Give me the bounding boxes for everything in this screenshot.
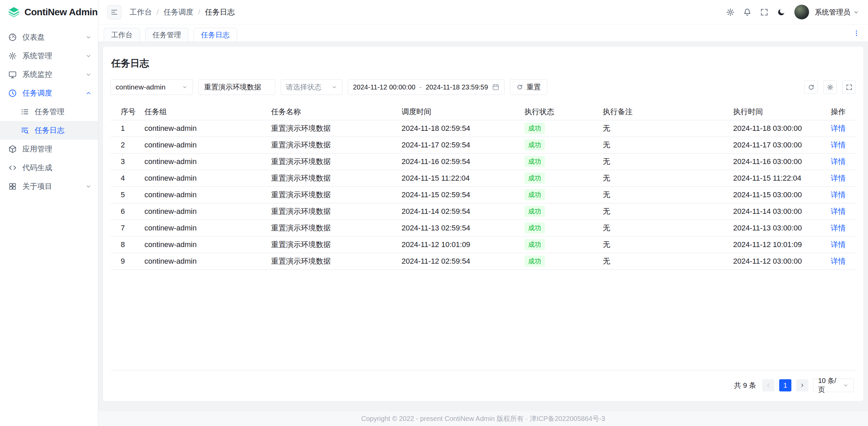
column-settings-button[interactable] bbox=[823, 80, 837, 94]
notifications-button[interactable] bbox=[740, 5, 755, 20]
collapse-sidebar-button[interactable] bbox=[107, 5, 121, 19]
detail-link[interactable]: 详情 bbox=[831, 240, 846, 249]
header-right: 系统管理员 bbox=[723, 4, 859, 20]
chevron-down-icon bbox=[85, 71, 92, 78]
sidebar-item-app-management[interactable]: 应用管理 bbox=[0, 140, 98, 158]
cell-action: 详情 bbox=[811, 153, 856, 170]
page-size-select[interactable]: 10 条/页 bbox=[813, 379, 854, 392]
tab-task-log[interactable]: 任务日志 bbox=[194, 28, 237, 42]
cell-action: 详情 bbox=[811, 137, 856, 153]
task-group-select-value: continew-admin bbox=[116, 83, 165, 91]
status-badge: 成功 bbox=[525, 206, 545, 217]
status-select[interactable]: 请选择状态 bbox=[281, 79, 342, 95]
dark-mode-button[interactable] bbox=[774, 5, 789, 20]
sidebar-item-code-generation[interactable]: 代码生成 bbox=[0, 158, 98, 177]
cell-action: 详情 bbox=[811, 220, 856, 236]
cell-exec-time: 2024-11-15 03:00:00 bbox=[729, 186, 811, 203]
pagination-page-1[interactable]: 1 bbox=[779, 379, 791, 391]
detail-link[interactable]: 详情 bbox=[831, 174, 846, 182]
fullscreen-table-button[interactable] bbox=[842, 80, 856, 94]
cell-note: 无 bbox=[599, 120, 729, 137]
reset-button[interactable]: 重置 bbox=[510, 79, 547, 95]
detail-link[interactable]: 详情 bbox=[831, 124, 846, 133]
cell-exec-time: 2024-11-17 03:00:00 bbox=[729, 137, 811, 153]
breadcrumb-item[interactable]: 任务调度 bbox=[163, 7, 193, 17]
cell-exec-time: 2024-11-16 03:00:00 bbox=[729, 153, 811, 170]
task-group-select[interactable]: continew-admin bbox=[111, 79, 193, 95]
chevron-down-icon bbox=[843, 382, 849, 388]
tab-more-button[interactable] bbox=[850, 27, 863, 39]
header-left: 工作台 / 任务调度 / 任务日志 bbox=[107, 5, 235, 19]
cell-status: 成功 bbox=[520, 120, 599, 137]
grid-icon bbox=[8, 182, 17, 191]
cell-group: continew-admin bbox=[140, 236, 267, 253]
chevron-down-icon bbox=[182, 84, 188, 90]
cell-action: 详情 bbox=[811, 186, 856, 203]
detail-link[interactable]: 详情 bbox=[831, 141, 846, 149]
user-menu[interactable]: 系统管理员 bbox=[815, 7, 859, 17]
date-range-picker[interactable]: 2024-11-12 00:00:00 - 2024-11-18 23:59:5… bbox=[348, 79, 505, 95]
cell-action: 详情 bbox=[811, 170, 856, 186]
cell-status: 成功 bbox=[520, 253, 599, 269]
tab-label: 任务管理 bbox=[153, 30, 181, 40]
detail-link[interactable]: 详情 bbox=[831, 207, 846, 216]
sidebar-item-task-log[interactable]: 任务日志 bbox=[0, 121, 98, 140]
cell-status: 成功 bbox=[520, 186, 599, 203]
cell-note: 无 bbox=[599, 203, 729, 220]
sidebar-item-dashboard[interactable]: 仪表盘 bbox=[0, 28, 98, 46]
cell-name: 重置演示环境数据 bbox=[267, 220, 398, 236]
status-badge: 成功 bbox=[525, 123, 545, 134]
sidebar-item-label: 代码生成 bbox=[22, 163, 92, 173]
refresh-table-button[interactable] bbox=[804, 80, 818, 94]
logo[interactable]: ContiNew Admin bbox=[0, 0, 98, 24]
column-header-index: 序号 bbox=[111, 104, 140, 120]
avatar[interactable] bbox=[794, 4, 809, 20]
chevron-down-icon bbox=[85, 34, 92, 41]
cell-note: 无 bbox=[599, 220, 729, 236]
breadcrumb-item[interactable]: 工作台 bbox=[130, 7, 152, 17]
header: 工作台 / 任务调度 / 任务日志 bbox=[98, 0, 868, 24]
code-icon bbox=[8, 163, 17, 172]
tab-task-management[interactable]: 任务管理 bbox=[145, 28, 189, 42]
table-row: 5 continew-admin 重置演示环境数据 2024-11-15 02:… bbox=[111, 186, 856, 203]
pagination-next-button[interactable] bbox=[796, 379, 808, 391]
sidebar-item-task-scheduling[interactable]: 任务调度 bbox=[0, 84, 98, 102]
sidebar-item-system-monitor[interactable]: 系统监控 bbox=[0, 65, 98, 84]
column-header-note: 执行备注 bbox=[599, 104, 729, 120]
detail-link[interactable]: 详情 bbox=[831, 157, 846, 166]
sidebar-item-about-project[interactable]: 关于项目 bbox=[0, 177, 98, 196]
status-badge: 成功 bbox=[525, 189, 545, 200]
bell-icon bbox=[743, 8, 752, 17]
column-header-action: 操作 bbox=[811, 104, 856, 120]
log-search-icon bbox=[20, 126, 29, 135]
checklist-icon bbox=[20, 107, 29, 116]
chevron-up-icon bbox=[85, 90, 92, 97]
fullscreen-button[interactable] bbox=[757, 5, 772, 20]
detail-link[interactable]: 详情 bbox=[831, 190, 846, 199]
date-range-start: 2024-11-12 00:00:00 bbox=[353, 83, 415, 91]
cell-group: continew-admin bbox=[140, 203, 267, 220]
status-badge: 成功 bbox=[525, 239, 545, 250]
cell-exec-time: 2024-11-13 03:00:00 bbox=[729, 220, 811, 236]
fullscreen-icon bbox=[846, 84, 853, 91]
cell-status: 成功 bbox=[520, 220, 599, 236]
detail-link[interactable]: 详情 bbox=[831, 257, 846, 265]
chevron-left-icon bbox=[765, 382, 771, 388]
sidebar-item-task-management[interactable]: 任务管理 bbox=[0, 102, 98, 121]
settings-button[interactable] bbox=[723, 5, 738, 20]
cell-schedule-time: 2024-11-15 11:22:04 bbox=[397, 170, 520, 186]
pagination-prev-button[interactable] bbox=[762, 379, 774, 391]
cell-name: 重置演示环境数据 bbox=[267, 120, 398, 137]
sidebar-item-label: 系统监控 bbox=[22, 69, 85, 80]
detail-link[interactable]: 详情 bbox=[831, 224, 846, 232]
tab-workbench[interactable]: 工作台 bbox=[104, 28, 140, 42]
cell-index: 4 bbox=[111, 170, 140, 186]
chevron-down-icon bbox=[85, 53, 92, 59]
sidebar-item-system-management[interactable]: 系统管理 bbox=[0, 46, 98, 65]
breadcrumb-separator: / bbox=[157, 8, 159, 17]
cell-name: 重置演示环境数据 bbox=[267, 236, 398, 253]
table-header-row: 序号 任务组 任务名称 调度时间 执行状态 执行备注 执行时间 操作 bbox=[111, 104, 856, 120]
task-name-input[interactable] bbox=[198, 79, 275, 95]
page-title: 任务日志 bbox=[111, 57, 856, 70]
cell-exec-time: 2024-11-14 03:00:00 bbox=[729, 203, 811, 220]
